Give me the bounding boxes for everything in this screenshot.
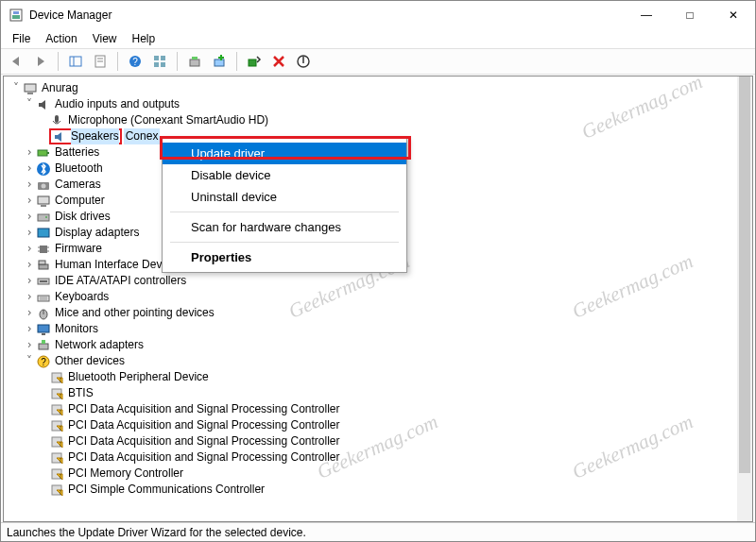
expand-icon[interactable]: › [23, 243, 36, 256]
keyboard-icon [36, 290, 51, 305]
collapse-icon[interactable]: ˅ [23, 355, 36, 368]
computer-icon [36, 194, 51, 209]
scan-hardware-button[interactable] [183, 50, 206, 73]
ctx-scan-hardware[interactable]: Scan for hardware changes [163, 216, 406, 238]
chip-icon [36, 242, 51, 257]
tree-node-mice[interactable]: › Mice and other pointing devices [9, 305, 737, 321]
ctx-update-driver[interactable]: Update driver [163, 143, 406, 164]
back-button[interactable] [5, 50, 27, 73]
vertical-scrollbar[interactable] [737, 76, 752, 521]
unknown-device-icon: ! [49, 386, 64, 401]
ctx-disable-device[interactable]: Disable device [163, 164, 406, 186]
root-label: Anurag [42, 80, 78, 96]
svg-rect-46 [38, 325, 49, 332]
close-button[interactable]: ✕ [712, 1, 755, 29]
devices-by-type-button[interactable] [148, 50, 171, 73]
svg-rect-38 [39, 261, 45, 264]
speaker-icon [52, 129, 67, 144]
other-icon: ? [36, 354, 51, 369]
leaf-label: PCI Memory Controller [68, 466, 183, 482]
minimize-button[interactable]: — [625, 1, 668, 29]
node-label: Monitors [55, 321, 98, 337]
expand-icon[interactable]: › [23, 323, 36, 336]
tree-leaf-microphone[interactable]: Microphone (Conexant SmartAudio HD) [9, 112, 737, 128]
expand-icon[interactable]: › [23, 178, 36, 192]
microphone-icon [49, 113, 64, 128]
node-label: Other devices [55, 353, 125, 369]
svg-rect-3 [70, 57, 81, 66]
svg-rect-14 [190, 59, 199, 66]
expand-icon[interactable]: › [23, 259, 36, 272]
expand-icon[interactable]: › [23, 195, 36, 208]
menu-help[interactable]: Help [125, 30, 163, 47]
svg-point-30 [45, 216, 47, 218]
node-label: Network adapters [55, 337, 144, 353]
status-bar: Launches the Update Driver Wizard for th… [1, 522, 755, 541]
tree-node-ide[interactable]: › IDE ATA/ATAPI controllers [9, 273, 737, 289]
svg-rect-49 [42, 340, 45, 344]
disable-button[interactable] [292, 50, 315, 73]
add-hardware-button[interactable] [208, 50, 231, 73]
svg-text:?: ? [41, 357, 46, 367]
leaf-label: Microphone (Conexant SmartAudio HD) [68, 112, 268, 128]
svg-rect-28 [41, 205, 46, 207]
tree-leaf-pci[interactable]: ! PCI Data Acquisition and Signal Proces… [9, 449, 737, 466]
tree-node-keyboards[interactable]: › Keyboards [9, 289, 737, 305]
expand-icon[interactable]: › [23, 211, 36, 224]
audio-icon [36, 97, 51, 112]
show-hide-console-button[interactable] [64, 50, 87, 73]
menu-bar: File Action View Help [1, 29, 755, 48]
monitor-icon [36, 322, 51, 337]
svg-rect-31 [38, 229, 49, 237]
toolbar-separator [117, 52, 118, 71]
tree-node-audio[interactable]: ˅ Audio inputs and outputs [9, 96, 737, 112]
svg-rect-10 [154, 56, 159, 60]
tree-leaf-pcimem[interactable]: ! PCI Memory Controller [9, 466, 737, 482]
tree-leaf-pcisimple[interactable]: ! PCI Simple Communications Controller [9, 482, 737, 498]
expand-icon[interactable]: › [23, 146, 36, 160]
ctx-uninstall-device[interactable]: Uninstall device [163, 186, 406, 208]
menu-action[interactable]: Action [38, 30, 84, 47]
forward-button[interactable] [29, 50, 52, 73]
node-label: Cameras [55, 177, 101, 193]
node-label: Firmware [55, 241, 102, 257]
leaf-label: PCI Data Acquisition and Signal Processi… [68, 433, 339, 449]
expand-icon[interactable]: › [23, 307, 36, 320]
unknown-device-icon: ! [49, 434, 64, 449]
scrollbar-thumb[interactable] [739, 76, 750, 473]
svg-rect-19 [25, 84, 36, 92]
node-label: Disk drives [55, 209, 111, 225]
expand-icon[interactable]: › [23, 339, 36, 352]
toolbar-separator [177, 52, 178, 71]
svg-rect-11 [161, 56, 165, 60]
ctx-properties[interactable]: Properties [163, 246, 406, 268]
collapse-icon[interactable]: ˅ [23, 98, 36, 111]
tree-leaf-pci[interactable]: ! PCI Data Acquisition and Signal Proces… [9, 417, 737, 433]
tree-leaf-pci[interactable]: ! PCI Data Acquisition and Signal Proces… [9, 401, 737, 417]
context-menu: Update driver Disable device Uninstall d… [162, 138, 407, 273]
tree-leaf-pci[interactable]: ! PCI Data Acquisition and Signal Proces… [9, 433, 737, 449]
tree-node-other[interactable]: ˅ ? Other devices [9, 353, 737, 369]
battery-icon [36, 145, 51, 161]
tree-node-monitors[interactable]: › Monitors [9, 321, 737, 337]
bluetooth-icon [36, 161, 51, 177]
tree-root[interactable]: ˅ Anurag [9, 80, 737, 96]
toolbar-separator [236, 52, 237, 71]
expand-icon[interactable]: › [23, 162, 36, 176]
tree-leaf-bt-peripheral[interactable]: ! Bluetooth Peripheral Device [9, 369, 737, 385]
help-button[interactable]: ? [124, 50, 146, 73]
expand-icon[interactable]: › [23, 275, 36, 288]
maximize-button[interactable]: □ [668, 1, 712, 29]
expand-icon[interactable]: › [23, 227, 36, 240]
menu-view[interactable]: View [85, 30, 125, 47]
tree-node-network[interactable]: › Network adapters [9, 337, 737, 353]
svg-text:!: ! [60, 377, 61, 383]
menu-file[interactable]: File [5, 30, 38, 47]
node-label: IDE ATA/ATAPI controllers [55, 273, 186, 289]
properties-button[interactable] [89, 50, 112, 73]
expand-icon[interactable]: › [23, 291, 36, 304]
update-driver-button[interactable] [243, 50, 266, 73]
collapse-icon[interactable]: ˅ [9, 82, 23, 95]
uninstall-button[interactable] [267, 50, 290, 73]
tree-leaf-btis[interactable]: ! BTIS [9, 385, 737, 401]
